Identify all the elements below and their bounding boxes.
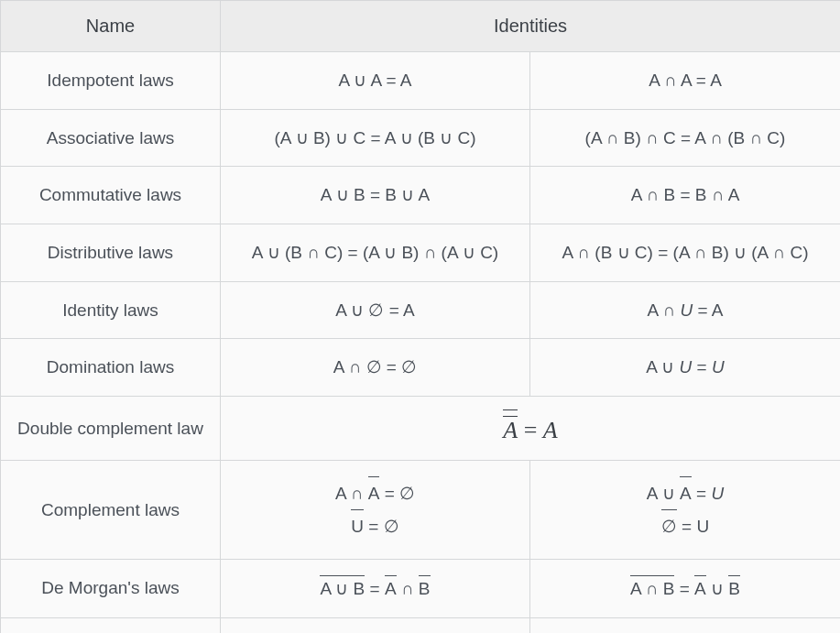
row-name: Complement laws [1, 461, 221, 559]
table-header-row: Name Identities [1, 1, 841, 52]
row-name: Double complement law [1, 396, 221, 461]
row-name: Commutative laws [1, 167, 221, 224]
identity-cell: A ∩ ∅ = ∅ [221, 339, 530, 397]
text: = ∅ [364, 517, 399, 536]
text: = U [677, 517, 709, 536]
identity-cell: A ∩ B = A ∪ B [530, 559, 841, 617]
complement-empty: ∅ [661, 510, 677, 542]
row-absorption: Absorption laws A ∪ (A ∩ B) = A A ∩ (A ∪… [1, 617, 841, 633]
complement-a-intersect-b: A ∩ B [630, 576, 675, 601]
row-commutative: Commutative laws A ∪ B = B ∪ A A ∩ B = B… [1, 167, 841, 224]
universal-set: U [712, 357, 725, 377]
header-identities: Identities [221, 1, 841, 52]
identity-cell: A ∪ (B ∩ C) = (A ∪ B) ∩ (A ∪ C) [221, 224, 530, 281]
double-complement-a: A [503, 413, 518, 442]
complement-b: B [419, 576, 431, 601]
complement-b: B [728, 576, 740, 601]
text: = ∅ [379, 484, 415, 503]
row-name: Idempotent laws [1, 52, 221, 110]
text: = [692, 484, 712, 503]
complement-u: U [351, 510, 364, 542]
complement-a: A [368, 477, 380, 509]
row-name: Absorption laws [1, 617, 221, 633]
complement-a: A [680, 477, 692, 509]
row-identity: Identity laws A ∪ ∅ = A A ∩ U = A [1, 281, 841, 339]
text: A ∩ [648, 300, 681, 320]
row-distributive: Distributive laws A ∪ (B ∩ C) = (A ∪ B) … [1, 224, 841, 281]
identity-cell: A ∪ A = A [221, 52, 530, 110]
identity-cell: A ∩ (A ∪ B) = A [530, 617, 841, 633]
identity-cell: A ∩ (B ∪ C) = (A ∩ B) ∪ (A ∩ C) [530, 224, 841, 281]
text: A ∪ [646, 357, 679, 377]
row-name: De Morgan's laws [1, 559, 221, 617]
complement-a-union-b: A ∪ B [320, 576, 365, 601]
text: ∪ [706, 579, 729, 598]
identity-cell: A ∪ A = U ∅ = U [530, 461, 841, 559]
identity-cell: (A ∪ B) ∪ C = A ∪ (B ∪ C) [221, 109, 530, 167]
complement-a: A [385, 576, 397, 601]
row-name: Associative laws [1, 109, 221, 167]
row-domination: Domination laws A ∩ ∅ = ∅ A ∪ U = U [1, 339, 841, 397]
universal-set: U [680, 300, 693, 320]
row-idempotent: Idempotent laws A ∪ A = A A ∩ A = A [1, 52, 841, 110]
text: = [365, 579, 385, 598]
row-associative: Associative laws (A ∪ B) ∪ C = A ∪ (B ∪ … [1, 109, 841, 167]
identity-cell: (A ∩ B) ∩ C = A ∩ (B ∩ C) [530, 109, 841, 167]
text: = [692, 357, 712, 377]
text: A ∩ [335, 484, 368, 503]
identity-cell: A ∪ U = U [530, 339, 841, 397]
row-complement: Complement laws A ∩ A = ∅ U = ∅ A ∪ A = … [1, 461, 841, 559]
identity-cell: A ∩ A = A [530, 52, 841, 110]
row-double-complement: Double complement law A = A [1, 396, 841, 461]
universal-set: U [711, 484, 724, 503]
identity-cell: A ∪ B = A ∩ B [221, 559, 530, 617]
text: A ∪ [647, 484, 680, 503]
text: = A [693, 300, 723, 320]
identity-cell: A ∪ B = B ∪ A [221, 167, 530, 224]
identity-cell: A ∩ U = A [530, 281, 841, 339]
identity-cell: A = A [221, 396, 841, 461]
header-name: Name [1, 1, 221, 52]
identity-cell: A ∩ B = B ∩ A [530, 167, 841, 224]
row-demorgan: De Morgan's laws A ∪ B = A ∩ B A ∩ B = A… [1, 559, 841, 617]
universal-set: U [680, 357, 693, 377]
text: = [674, 579, 694, 598]
identity-cell: A ∩ A = ∅ U = ∅ [221, 461, 530, 559]
complement-a: A [694, 576, 706, 601]
set-a: A [543, 417, 558, 443]
identity-cell: A ∪ ∅ = A [221, 281, 530, 339]
set-identities-table: Name Identities Idempotent laws A ∪ A = … [0, 0, 840, 633]
row-name: Domination laws [1, 339, 221, 397]
text: = [518, 417, 543, 443]
row-name: Distributive laws [1, 224, 221, 281]
identity-cell: A ∪ (A ∩ B) = A [221, 617, 530, 633]
row-name: Identity laws [1, 281, 221, 339]
text: ∩ [397, 579, 419, 598]
